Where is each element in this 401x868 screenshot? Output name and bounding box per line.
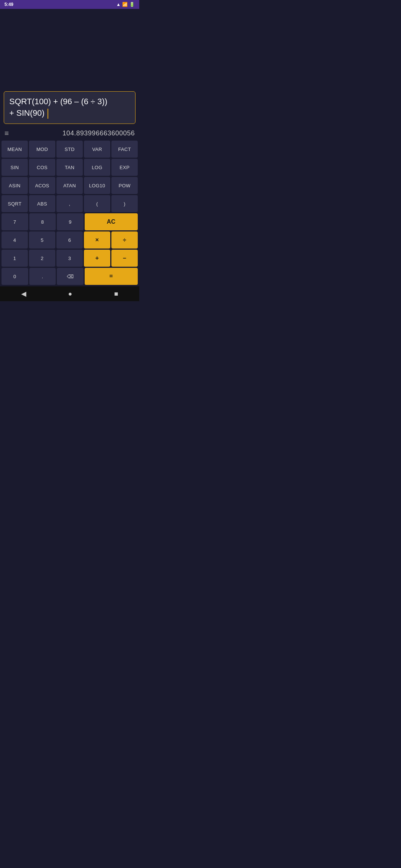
status-bar: 5:49 ▲📶🔋	[0, 0, 139, 9]
btn-sqrt[interactable]: SQRT	[1, 195, 28, 212]
btn-multiply[interactable]: ×	[84, 231, 110, 249]
equals-icon: ≡	[4, 129, 9, 138]
btn-5[interactable]: 5	[29, 231, 55, 249]
btn-cos[interactable]: COS	[29, 159, 55, 176]
btn-row-2: SIN COS TAN LOG EXP	[1, 159, 138, 176]
btn-log[interactable]: LOG	[84, 159, 110, 176]
btn-row-6: 4 5 6 × ÷	[1, 231, 138, 249]
btn-9[interactable]: 9	[57, 213, 84, 230]
nav-recent[interactable]: ■	[107, 288, 126, 300]
btn-comma[interactable]: ,	[56, 195, 83, 212]
btn-2[interactable]: 2	[29, 250, 55, 267]
btn-add[interactable]: +	[84, 250, 110, 267]
btn-row-3: ASIN ACOS ATAN LOG10 POW	[1, 177, 138, 194]
btn-equals[interactable]: =	[85, 268, 138, 285]
btn-fact[interactable]: FACT	[111, 141, 138, 158]
btn-row-7: 1 2 3 + –	[1, 250, 138, 267]
btn-exp[interactable]: EXP	[111, 159, 138, 176]
btn-row-4: SQRT ABS , ( )	[1, 195, 138, 212]
btn-tan[interactable]: TAN	[56, 159, 83, 176]
btn-backspace[interactable]: ⌫	[57, 268, 84, 285]
btn-atan[interactable]: ATAN	[56, 177, 83, 194]
btn-6[interactable]: 6	[56, 231, 83, 249]
top-space	[0, 9, 139, 88]
btn-close-paren[interactable]: )	[111, 195, 138, 212]
btn-4[interactable]: 4	[1, 231, 28, 249]
btn-mod[interactable]: MOD	[29, 141, 55, 158]
expression-display[interactable]: SQRT(100) + (96 – (6 ÷ 3))+ SIN(90)	[4, 91, 136, 124]
status-time: 5:49	[4, 2, 13, 7]
btn-row-8: 0 . ⌫ =	[1, 268, 138, 285]
status-icons: ▲📶🔋	[116, 2, 135, 7]
expression-text: SQRT(100) + (96 – (6 ÷ 3))+ SIN(90)	[9, 96, 107, 119]
nav-back[interactable]: ◀	[14, 287, 34, 300]
btn-0[interactable]: 0	[1, 268, 28, 285]
btn-mean[interactable]: MEAN	[1, 141, 28, 158]
btn-7[interactable]: 7	[1, 213, 28, 230]
btn-3[interactable]: 3	[56, 250, 83, 267]
bottom-nav: ◀ ● ■	[0, 286, 139, 301]
btn-1[interactable]: 1	[1, 250, 28, 267]
btn-row-5: 7 8 9 AC	[1, 213, 138, 230]
btn-abs[interactable]: ABS	[29, 195, 55, 212]
btn-acos[interactable]: ACOS	[29, 177, 55, 194]
btn-ac[interactable]: AC	[85, 213, 138, 230]
buttons-area: MEAN MOD STD VAR FACT SIN COS TAN LOG EX…	[0, 141, 139, 286]
result-value: 104.893996663600056	[12, 129, 135, 137]
btn-divide[interactable]: ÷	[111, 231, 138, 249]
btn-log10[interactable]: LOG10	[84, 177, 110, 194]
btn-subtract[interactable]: –	[111, 250, 138, 267]
btn-pow[interactable]: POW	[111, 177, 138, 194]
cursor	[48, 109, 48, 118]
btn-8[interactable]: 8	[29, 213, 56, 230]
btn-open-paren[interactable]: (	[84, 195, 110, 212]
result-row: ≡ 104.893996663600056	[0, 127, 139, 141]
nav-home[interactable]: ●	[61, 288, 80, 300]
btn-var[interactable]: VAR	[84, 141, 110, 158]
btn-asin[interactable]: ASIN	[1, 177, 28, 194]
btn-row-1: MEAN MOD STD VAR FACT	[1, 141, 138, 158]
btn-decimal[interactable]: .	[29, 268, 56, 285]
btn-sin[interactable]: SIN	[1, 159, 28, 176]
btn-std[interactable]: STD	[56, 141, 83, 158]
